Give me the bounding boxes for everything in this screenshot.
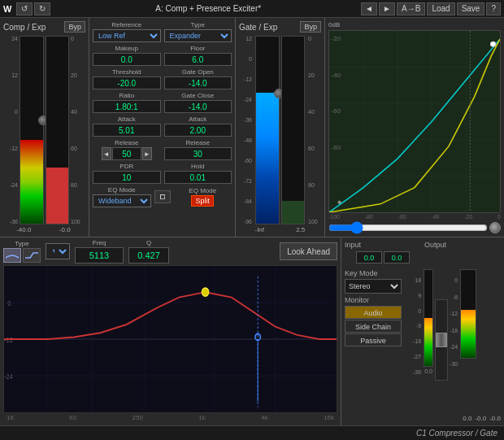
gate-close-field[interactable] <box>164 100 232 113</box>
undo-button[interactable]: ↺ <box>16 2 33 15</box>
release2-label: Release <box>186 139 210 146</box>
attack1-label: Attack <box>118 115 136 123</box>
gate-right-scale: 0 20 40 60 80 100 <box>306 36 321 224</box>
ab-button[interactable]: A→B <box>397 2 425 15</box>
eq-freq-field[interactable] <box>75 247 124 264</box>
graph-input-slider[interactable] <box>328 224 488 232</box>
gate-bottom-right: 2.5 <box>280 226 322 233</box>
makeup-floor-row: Makeup Floor <box>93 45 232 66</box>
comp-bottom-left: -40.0 <box>3 226 45 233</box>
svg-text:0: 0 <box>7 298 11 307</box>
io-panel: Input Output Key Mode <box>341 237 504 425</box>
out-val3: -0.0 <box>489 415 501 422</box>
eqmode1-label: EQ Mode <box>108 186 136 194</box>
eqmode2-split-button[interactable]: Split <box>191 195 214 207</box>
release1-dec-button[interactable]: ◄ <box>102 147 111 160</box>
io-bottom-values: 0.0 -0.0 -0.0 <box>345 413 501 422</box>
release1-label: Release <box>115 139 138 146</box>
input-slider-col <box>435 269 448 410</box>
eq-q-group: Q <box>128 239 169 264</box>
prev-button[interactable]: ◄ <box>361 2 377 15</box>
undo-redo-group: ↺ ↻ <box>16 2 50 15</box>
eqmode-row: EQ Mode Wideband ⧠ EQ Mode Split <box>93 186 232 207</box>
eq-shape-1-icon <box>6 251 19 259</box>
graph-slider-row <box>328 222 501 233</box>
comp-panel: Comp / Exp Byp 24 12 0 -12 -24 -36 <box>0 18 89 237</box>
eqmode1-select[interactable]: Wideband <box>93 194 151 207</box>
comp-meters-group <box>20 36 69 224</box>
gate-open-group: Gate Open <box>164 68 232 89</box>
monitor-passive-button[interactable]: Passive <box>345 333 402 346</box>
comp-bottom-values: -40.0 -0.0 <box>3 226 85 233</box>
next-button[interactable]: ► <box>379 2 395 15</box>
attack2-field[interactable] <box>164 124 232 137</box>
svg-point-30 <box>202 288 209 296</box>
input-slider-track[interactable] <box>435 299 448 381</box>
look-ahead-button[interactable]: Look Ahead <box>280 242 337 260</box>
redo-button[interactable]: ↻ <box>34 2 50 15</box>
graph-svg: -20 -40 -60 -80 <box>329 31 500 212</box>
input-meter-l <box>424 269 433 367</box>
type-group: Type Expander <box>164 21 232 42</box>
release-row: Release ◄ ► Release <box>93 139 232 160</box>
threshold-label: Threshold <box>112 68 141 76</box>
monitor-sidechain-button[interactable]: Side Chain <box>345 320 402 333</box>
release1-inc-button[interactable]: ► <box>142 147 152 160</box>
meters-section: 18 9 0 -9 -18 -27 -36 0.0 <box>413 269 501 410</box>
gate-open-field[interactable] <box>164 76 232 89</box>
help-button[interactable]: ? <box>486 2 501 15</box>
comp-meter-right-fill <box>46 168 69 224</box>
input-slider-thumb[interactable] <box>436 333 447 347</box>
eq-shape-btn-1[interactable] <box>3 248 21 263</box>
input-val1[interactable] <box>356 251 382 264</box>
eq-top-controls: Type <box>3 241 337 262</box>
input-val2[interactable] <box>384 251 410 264</box>
comp-bottom-right: -0.0 <box>45 226 86 233</box>
monitor-audio-button[interactable]: Audio <box>345 306 402 319</box>
header-controls: ◄ ► A→B Load Save ? <box>361 2 501 15</box>
release2-field[interactable] <box>164 147 232 160</box>
release1-field[interactable] <box>112 147 141 160</box>
eq-subtype-select[interactable]: ▼ <box>46 243 70 259</box>
output-meter-col <box>460 269 476 410</box>
comp-bypass-button[interactable]: Byp <box>64 21 85 33</box>
reference-select[interactable]: Low Ref <box>93 29 161 42</box>
release1-stepper: ◄ ► <box>102 147 152 160</box>
release2-group: Release <box>164 139 232 160</box>
makeup-field[interactable] <box>93 53 161 66</box>
pdr-label: PDR <box>119 163 133 170</box>
ratio-field[interactable] <box>93 100 161 113</box>
floor-field[interactable] <box>164 53 232 66</box>
reference-label: Reference <box>111 21 141 28</box>
makeup-group: Makeup <box>93 45 161 66</box>
threshold-gateopen-row: Threshold Gate Open <box>93 68 232 89</box>
gate-bypass-button[interactable]: Byp <box>300 21 321 33</box>
attack-row: Attack Attack <box>93 115 232 137</box>
eq-type-label: Type <box>15 240 28 247</box>
eqmode1-group: EQ Mode Wideband <box>93 186 151 207</box>
floor-label: Floor <box>190 45 205 52</box>
eq-q-field[interactable] <box>128 247 169 264</box>
eq-shape-btn-2[interactable] <box>23 248 41 263</box>
gate-meters: 12 0 -12 -24 -36 -48 -60 -72 -84 -96 <box>239 36 321 224</box>
gate-meter-blue <box>255 36 280 224</box>
input-meter-l-val: 0.0 <box>424 368 432 374</box>
io-top: Input Output <box>345 241 501 266</box>
release1-group: Release ◄ ► <box>93 139 161 160</box>
graph-knob[interactable] <box>489 222 501 233</box>
ref-type-row: Reference Low Ref Type Expander <box>93 21 232 42</box>
output-meter <box>460 269 476 359</box>
load-button[interactable]: Load <box>427 2 454 15</box>
out-val2: -0.0 <box>475 415 486 422</box>
hold-field[interactable] <box>164 171 232 184</box>
logo: W <box>3 4 11 14</box>
eq-shape-2-icon <box>25 251 38 259</box>
threshold-field[interactable] <box>93 76 161 89</box>
attack1-field[interactable] <box>93 124 161 137</box>
type-select[interactable]: Expander <box>164 29 232 42</box>
link-button[interactable]: ⧠ <box>154 190 171 203</box>
pdr-field[interactable] <box>93 171 161 184</box>
eq-freq-group: Freq <box>75 239 124 264</box>
key-mode-select[interactable]: Stereo <box>345 279 402 294</box>
save-button[interactable]: Save <box>457 2 485 15</box>
